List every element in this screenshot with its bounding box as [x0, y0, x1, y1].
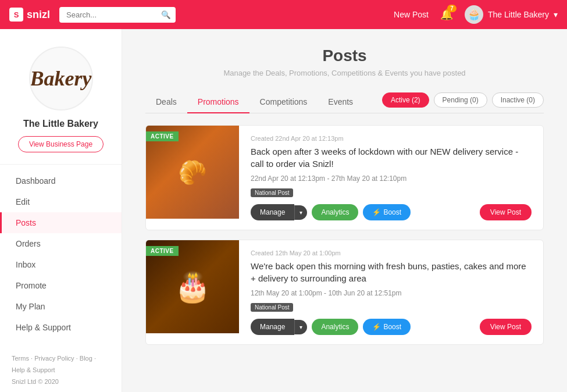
active-badge: ACTIVE — [146, 131, 179, 141]
copyright: Snizl Ltd © 2020 — [12, 376, 110, 388]
sidebar-item-orders[interactable]: Orders — [0, 233, 122, 254]
view-post-button[interactable]: View Post — [480, 319, 532, 335]
post-dates: 12th May 20 at 1:00pm - 10th Jun 20 at 1… — [251, 289, 532, 297]
logo-icon: S — [9, 8, 23, 22]
post-actions: Manage ▾ Analytics ⚡ Boost View Post — [251, 319, 532, 335]
sidebar-profile: Bakery The Little Bakery View Business P… — [0, 29, 122, 165]
filter-pending[interactable]: Pending (0) — [434, 92, 487, 108]
header-right: New Post 🔔 7 🧁 The Little Bakery ▾ — [394, 5, 558, 24]
filter-buttons: Active (2) Pending (0) Inactive (0) — [382, 92, 544, 112]
view-post-button[interactable]: View Post — [480, 204, 532, 220]
post-image-wrap: 🎂 ACTIVE — [146, 240, 239, 344]
sidebar-footer: Terms · Privacy Policy · Blog · Help & S… — [0, 344, 122, 392]
analytics-button[interactable]: Analytics — [312, 204, 358, 220]
footer-terms-link[interactable]: Terms — [12, 355, 29, 362]
footer-blog-link[interactable]: Blog — [80, 355, 92, 362]
sidebar-item-edit[interactable]: Edit — [0, 191, 122, 212]
logo-text: snizl — [27, 9, 50, 21]
filter-inactive[interactable]: Inactive (0) — [492, 92, 544, 108]
manage-dropdown-button[interactable]: ▾ — [294, 320, 307, 334]
layout: Bakery The Little Bakery View Business P… — [0, 29, 567, 392]
manage-button[interactable]: Manage — [251, 319, 294, 335]
tabs-row: Deals Promotions Competitions Events Act… — [145, 91, 544, 113]
tab-deals[interactable]: Deals — [145, 91, 187, 113]
post-dates: 22nd Apr 20 at 12:13pm - 27th May 20 at … — [251, 174, 532, 183]
sidebar-item-help[interactable]: Help & Support — [0, 317, 122, 338]
sidebar-item-inbox[interactable]: Inbox — [0, 254, 122, 275]
boost-button[interactable]: ⚡ Boost — [363, 319, 411, 335]
analytics-button[interactable]: Analytics — [312, 319, 358, 335]
national-post-badge: National Post — [251, 188, 293, 197]
user-name-label: The Little Bakery — [488, 10, 549, 19]
filter-active[interactable]: Active (2) — [382, 92, 429, 108]
search-button[interactable]: 🔍 — [161, 10, 171, 19]
post-content: Created 12th May 20 at 1:00pm We're back… — [239, 240, 543, 344]
search-wrap: 🔍 — [59, 7, 176, 23]
manage-button-wrap: Manage ▾ — [251, 204, 307, 220]
user-menu[interactable]: 🧁 The Little Bakery ▾ — [465, 5, 558, 24]
main-content: Posts Manage the Deals, Promotions, Comp… — [122, 29, 567, 392]
tab-events[interactable]: Events — [318, 91, 363, 113]
footer-privacy-link[interactable]: Privacy Policy — [34, 355, 74, 362]
header: S snizl 🔍 New Post 🔔 7 🧁 The Little Bake… — [0, 0, 567, 29]
sidebar-nav: Dashboard Edit Posts Orders Inbox Promot… — [0, 165, 122, 344]
page-subtitle: Manage the Deals, Promotions, Competitio… — [145, 69, 544, 77]
post-created: Created 12th May 20 at 1:00pm — [251, 250, 532, 256]
post-actions: Manage ▾ Analytics ⚡ Boost View Post — [251, 204, 532, 220]
boost-button[interactable]: ⚡ Boost — [363, 204, 411, 220]
sidebar-item-myplan[interactable]: My Plan — [0, 296, 122, 317]
notifications-button[interactable]: 🔔 7 — [440, 8, 453, 21]
manage-dropdown-button[interactable]: ▾ — [294, 205, 307, 220]
business-name: The Little Bakery — [23, 119, 98, 129]
notification-badge: 7 — [447, 5, 457, 12]
sidebar: Bakery The Little Bakery View Business P… — [0, 29, 122, 392]
search-input[interactable] — [59, 7, 176, 23]
post-content: Created 22nd Apr 20 at 12:13pm Back open… — [239, 126, 543, 230]
post-created: Created 22nd Apr 20 at 12:13pm — [251, 135, 532, 142]
lightning-icon: ⚡ — [372, 323, 381, 331]
new-post-button[interactable]: New Post — [394, 10, 429, 19]
post-card: 🎂 ACTIVE Created 12th May 20 at 1:00pm W… — [145, 240, 544, 345]
post-image-wrap: 🥐 ACTIVE — [146, 126, 239, 230]
logo[interactable]: S snizl — [9, 8, 50, 22]
national-post-badge: National Post — [251, 303, 293, 312]
post-title: We're back open this morning with fresh … — [251, 260, 532, 284]
sidebar-item-posts[interactable]: Posts — [0, 212, 122, 233]
active-badge: ACTIVE — [146, 246, 179, 256]
chevron-down-icon: ▾ — [554, 10, 558, 19]
avatar: 🧁 — [465, 5, 483, 24]
manage-button[interactable]: Manage — [251, 204, 294, 220]
view-business-button[interactable]: View Business Page — [18, 136, 104, 152]
manage-button-wrap: Manage ▾ — [251, 319, 307, 335]
page-title: Posts — [145, 47, 544, 65]
post-card: 🥐 ACTIVE Created 22nd Apr 20 at 12:13pm … — [145, 125, 544, 230]
tab-promotions[interactable]: Promotions — [187, 91, 249, 113]
business-logo: Bakery — [29, 47, 93, 111]
sidebar-item-dashboard[interactable]: Dashboard — [0, 170, 122, 191]
sidebar-item-promote[interactable]: Promote — [0, 275, 122, 296]
footer-help-link[interactable]: Help & Support — [12, 366, 55, 373]
post-title: Back open after 3 weeks of lockdown with… — [251, 145, 532, 170]
lightning-icon: ⚡ — [372, 208, 381, 216]
tab-competitions[interactable]: Competitions — [249, 91, 318, 113]
